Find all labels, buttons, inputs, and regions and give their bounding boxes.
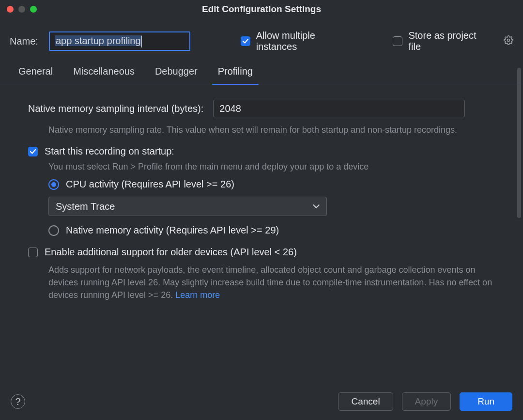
titlebar: Edit Configuration Settings	[0, 0, 523, 18]
radio-native-memory[interactable]	[48, 225, 59, 236]
caret-icon	[141, 36, 142, 47]
dialog-title: Edit Configuration Settings	[202, 4, 321, 15]
chevron-down-icon	[313, 201, 320, 212]
name-label: Name:	[10, 36, 38, 47]
name-input-value: app startup profiling	[55, 35, 142, 46]
radio-cpu-activity[interactable]	[48, 179, 59, 190]
minimize-window-icon[interactable]	[18, 6, 25, 13]
dialog-window: Edit Configuration Settings Name: app st…	[0, 0, 523, 420]
tab-miscellaneous[interactable]: Miscellaneous	[73, 66, 135, 85]
radio-native-memory-label: Native memory activity (Requires API lev…	[66, 225, 279, 236]
start-on-startup-hint: You must select Run > Profile from the m…	[48, 162, 505, 172]
profiling-panel: Native memory sampling interval (bytes):…	[0, 85, 523, 306]
name-input[interactable]: app startup profiling	[49, 31, 190, 51]
radio-native-mem-row[interactable]: Native memory activity (Requires API lev…	[48, 225, 505, 236]
enable-additional-hint-text: Adds support for network payloads, the e…	[48, 265, 492, 300]
radio-cpu-activity-label: CPU activity (Requires API level >= 26)	[66, 179, 234, 190]
svg-point-0	[508, 39, 510, 41]
scrollbar[interactable]	[517, 68, 521, 218]
enable-additional-label: Enable additional support for older devi…	[45, 247, 297, 258]
fullscreen-window-icon[interactable]	[30, 6, 37, 13]
mem-interval-row: Native memory sampling interval (bytes):	[28, 100, 505, 117]
store-project-file-checkbox[interactable]	[393, 36, 402, 46]
tab-debugger[interactable]: Debugger	[155, 66, 198, 85]
start-on-startup-label: Start this recording on startup:	[45, 146, 174, 157]
tab-general[interactable]: General	[18, 66, 53, 85]
trace-type-select[interactable]: System Trace	[48, 197, 327, 216]
enable-additional-hint: Adds support for network payloads, the e…	[48, 264, 494, 301]
help-icon[interactable]: ?	[11, 394, 25, 409]
allow-multiple-label: Allow multiple instances	[256, 30, 356, 52]
mem-interval-input[interactable]	[213, 100, 465, 117]
enable-additional-checkbox[interactable]	[28, 248, 38, 257]
close-window-icon[interactable]	[7, 6, 14, 13]
store-project-file-label: Store as project file	[408, 30, 489, 52]
cancel-button[interactable]: Cancel	[338, 392, 393, 411]
mem-interval-label: Native memory sampling interval (bytes):	[28, 103, 203, 114]
name-row: Name: app startup profiling Allow multip…	[0, 18, 523, 57]
mem-interval-hint: Native memory sampling rate. This value …	[48, 125, 505, 135]
trace-type-value: System Trace	[56, 201, 115, 212]
store-project-file-group[interactable]: Store as project file	[393, 30, 489, 52]
checkmark-icon	[242, 38, 249, 45]
learn-more-link[interactable]: Learn more	[175, 290, 220, 300]
start-on-startup-checkbox[interactable]	[28, 147, 38, 156]
tab-bar: General Miscellaneous Debugger Profiling	[0, 57, 523, 85]
window-traffic-lights	[7, 6, 37, 13]
dialog-footer: ? Cancel Apply Run	[0, 383, 523, 420]
allow-multiple-checkbox-group[interactable]: Allow multiple instances	[241, 30, 356, 52]
run-button[interactable]: Run	[460, 392, 512, 411]
radio-cpu-activity-row[interactable]: CPU activity (Requires API level >= 26)	[48, 179, 505, 190]
allow-multiple-checkbox[interactable]	[241, 36, 250, 46]
apply-button[interactable]: Apply	[402, 392, 451, 411]
gear-icon[interactable]	[504, 35, 513, 47]
tab-profiling[interactable]: Profiling	[218, 66, 253, 85]
checkmark-icon	[30, 148, 36, 155]
